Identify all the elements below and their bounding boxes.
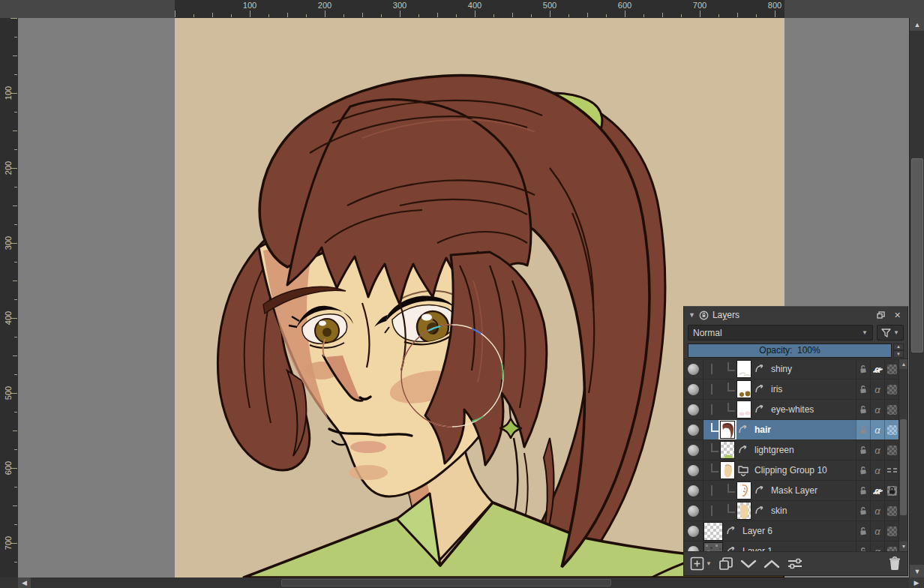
layer-visibility-toggle[interactable] <box>684 460 704 480</box>
layer-alpha-lock-toggle[interactable]: α <box>870 481 884 500</box>
layer-inherit-alpha-toggle[interactable] <box>884 460 898 480</box>
layer-alpha-lock-toggle[interactable]: α <box>870 521 884 541</box>
layer-inherit-alpha-toggle[interactable] <box>884 420 898 440</box>
layer-thumbnail[interactable] <box>704 542 723 552</box>
scroll-down-button[interactable]: ▼ <box>899 542 908 551</box>
scroll-down-button[interactable]: ▼ <box>910 565 924 578</box>
layer-visibility-toggle[interactable] <box>684 380 704 399</box>
layer-lock-toggle[interactable] <box>856 380 870 399</box>
layer-row[interactable]: hairα <box>684 420 898 440</box>
layer-visibility-toggle[interactable] <box>684 481 704 500</box>
layer-inherit-alpha-toggle[interactable] <box>884 501 898 520</box>
layer-lock-toggle[interactable] <box>856 501 870 520</box>
layer-row[interactable]: lightgreenα <box>684 440 898 460</box>
layer-alpha-lock-toggle[interactable]: α <box>870 420 884 440</box>
layer-inherit-alpha-toggle[interactable] <box>884 380 898 399</box>
blend-mode-select[interactable]: Normal ▼ <box>688 325 873 340</box>
layer-alpha-lock-toggle[interactable]: α <box>870 380 884 399</box>
add-layer-button[interactable]: ▼ <box>690 556 712 571</box>
canvas-vertical-scrollbar[interactable]: ▲ ▼ <box>909 18 924 578</box>
layer-inherit-alpha-toggle[interactable] <box>884 440 898 460</box>
opacity-increment-button[interactable]: ▲ <box>893 344 904 351</box>
layer-alpha-lock-toggle[interactable]: α <box>870 359 884 379</box>
paint-layer-icon <box>754 384 765 394</box>
layers-docker-titlebar[interactable]: ▼ Layers ✕ <box>684 307 908 323</box>
layer-filter-button[interactable]: ▼ <box>877 325 904 340</box>
layer-lock-toggle[interactable] <box>856 460 870 480</box>
horizontal-scrollbar-thumb[interactable] <box>281 579 611 586</box>
close-docker-icon[interactable]: ✕ <box>892 310 903 320</box>
layer-thumbnail[interactable] <box>720 461 735 479</box>
layer-alpha-lock-toggle[interactable]: α <box>870 542 884 551</box>
scroll-left-button[interactable]: ◀ <box>18 578 31 588</box>
delete-layer-button[interactable] <box>888 556 902 571</box>
layer-thumbnail[interactable] <box>736 380 752 398</box>
layer-inherit-alpha-toggle[interactable] <box>884 400 898 419</box>
move-layer-up-button[interactable] <box>764 559 780 569</box>
vertical-scrollbar-thumb[interactable] <box>911 158 923 352</box>
layers-list-scrollbar[interactable]: ▲ ▼ <box>898 359 908 551</box>
layer-lock-toggle[interactable] <box>856 440 870 460</box>
layer-thumbnail[interactable] <box>704 522 723 541</box>
layer-thumbnail[interactable] <box>736 360 752 378</box>
scroll-up-button[interactable]: ▲ <box>899 359 908 369</box>
layer-inherit-alpha-toggle[interactable] <box>884 359 898 379</box>
layer-name: Layer 6 <box>742 526 772 536</box>
float-docker-icon[interactable] <box>877 311 888 319</box>
layer-lock-toggle[interactable] <box>856 400 870 419</box>
move-layer-down-button[interactable] <box>740 559 757 569</box>
layer-thumbnail[interactable] <box>720 441 735 459</box>
layer-visibility-toggle[interactable] <box>684 359 704 379</box>
layer-inherit-alpha-toggle[interactable] <box>884 521 898 541</box>
ruler-tick <box>325 10 326 17</box>
inherit-alpha-locked-icon <box>887 486 897 496</box>
layer-thumbnail[interactable] <box>736 400 752 418</box>
alpha-icon: α <box>874 547 880 552</box>
layer-inherit-alpha-toggle[interactable] <box>884 542 898 551</box>
layer-visibility-toggle[interactable] <box>684 420 704 440</box>
ruler-label: 200 <box>318 1 332 10</box>
layer-thumbnail[interactable] <box>736 502 752 520</box>
layer-thumbnail[interactable] <box>720 421 735 439</box>
layer-lock-toggle[interactable] <box>856 481 870 500</box>
layer-lock-toggle[interactable] <box>856 420 870 440</box>
layer-row[interactable]: irisα <box>684 380 898 400</box>
layer-row[interactable]: eye-whitesα <box>684 400 898 420</box>
layer-thumbnail[interactable] <box>736 482 752 500</box>
layer-visibility-toggle[interactable] <box>684 501 704 520</box>
docker-collapse-caret-icon[interactable]: ▼ <box>688 311 695 319</box>
layer-inherit-alpha-toggle[interactable] <box>884 481 898 500</box>
eye-icon <box>688 506 699 517</box>
layer-lock-toggle[interactable] <box>856 521 870 541</box>
layer-alpha-lock-toggle[interactable]: α <box>870 501 884 520</box>
layer-lock-toggle[interactable] <box>856 542 870 551</box>
inherit-alpha-checker-icon <box>887 364 897 374</box>
layer-visibility-toggle[interactable] <box>684 440 704 460</box>
paint-layer-icon <box>754 364 765 374</box>
layers-scrollbar-thumb[interactable] <box>900 419 907 515</box>
canvas-horizontal-scrollbar[interactable]: ◀ <box>18 578 909 588</box>
layer-alpha-lock-toggle[interactable]: α <box>870 460 884 480</box>
opacity-slider[interactable]: Opacity: 100% <box>688 344 892 358</box>
layer-alpha-lock-toggle[interactable]: α <box>870 400 884 419</box>
scroll-right-button[interactable]: ▶ <box>909 578 924 588</box>
layer-visibility-toggle[interactable] <box>684 542 704 551</box>
layer-visibility-toggle[interactable] <box>684 400 704 419</box>
layer-row[interactable]: Clipping Group 10α <box>684 460 898 481</box>
scroll-up-button[interactable]: ▲ <box>910 18 924 31</box>
ruler-label: 600 <box>618 1 632 10</box>
layer-row[interactable]: Layer 1α <box>684 542 898 551</box>
layer-row[interactable]: Layer 6α <box>684 521 898 542</box>
layer-properties-button[interactable] <box>787 558 803 570</box>
layer-row[interactable]: skinα <box>684 501 898 521</box>
ruler-tick <box>681 14 682 17</box>
layer-lock-toggle[interactable] <box>856 359 870 379</box>
layer-visibility-toggle[interactable] <box>684 521 704 541</box>
opacity-decrement-button[interactable]: ▼ <box>893 350 904 358</box>
layer-row[interactable]: shinyα <box>684 359 898 380</box>
lock-icon <box>860 526 868 536</box>
docker-lock-icon[interactable] <box>699 310 709 320</box>
layer-row[interactable]: Mask Layerα <box>684 481 898 501</box>
layer-alpha-lock-toggle[interactable]: α <box>870 440 884 460</box>
duplicate-layer-button[interactable] <box>718 556 734 571</box>
